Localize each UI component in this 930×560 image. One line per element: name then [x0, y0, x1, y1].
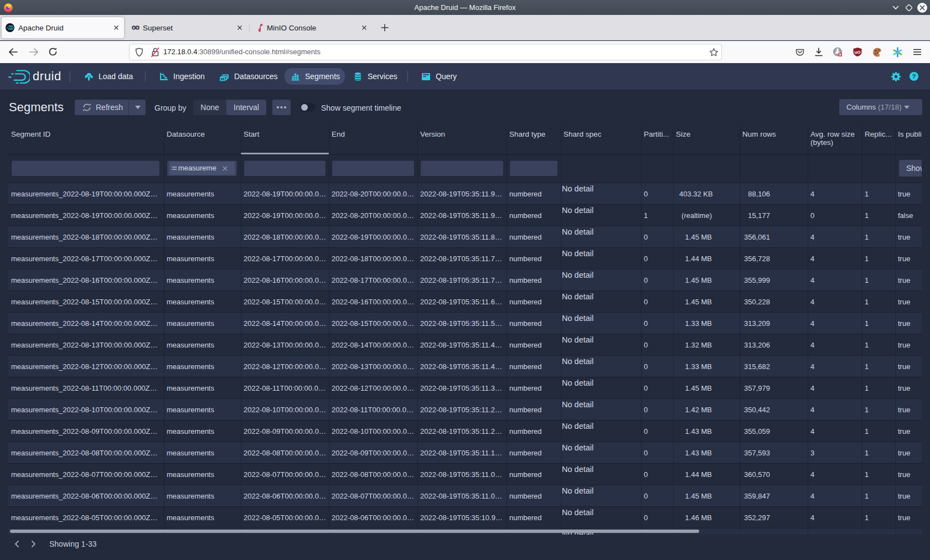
- svg-text:uO: uO: [854, 50, 860, 55]
- svg-text:?: ?: [912, 72, 916, 80]
